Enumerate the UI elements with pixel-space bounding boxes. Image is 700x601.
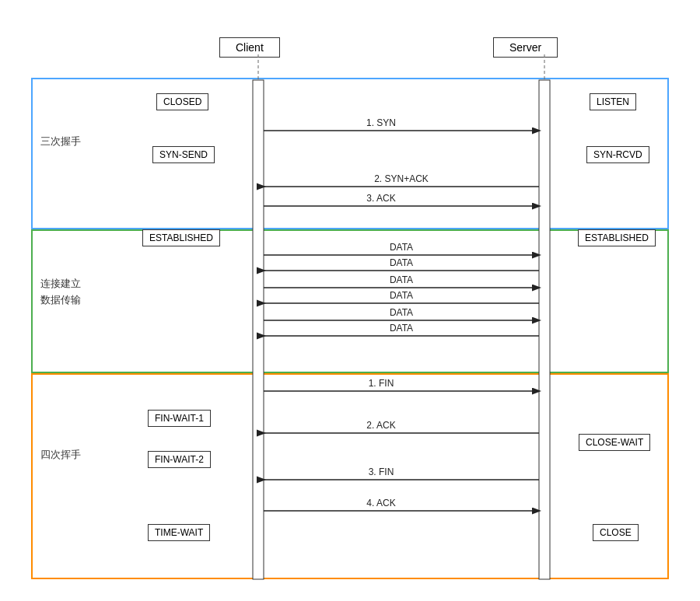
client-established-state: ESTABLISHED bbox=[142, 229, 220, 246]
data-section bbox=[31, 229, 669, 373]
server-actor: Server bbox=[493, 37, 558, 58]
close-label: 四次挥手 bbox=[40, 447, 81, 463]
server-syn-rcvd-state: SYN-RCVD bbox=[586, 146, 649, 163]
tcp-diagram: 三次握手 连接建立数据传输 四次挥手 Client Server CLOSED … bbox=[0, 0, 700, 601]
server-close-wait-state: CLOSE-WAIT bbox=[579, 434, 650, 451]
server-close-state: CLOSE bbox=[593, 524, 639, 541]
client-closed-state: CLOSED bbox=[156, 93, 208, 110]
handshake-label: 三次握手 bbox=[40, 134, 81, 149]
close-section bbox=[31, 373, 669, 579]
server-listen-state: LISTEN bbox=[590, 93, 636, 110]
client-time-wait-state: TIME-WAIT bbox=[148, 524, 210, 541]
server-established-state: ESTABLISHED bbox=[578, 229, 656, 246]
client-actor: Client bbox=[219, 37, 280, 58]
handshake-section bbox=[31, 78, 669, 229]
client-syn-send-state: SYN-SEND bbox=[152, 146, 215, 163]
client-fin-wait1-state: FIN-WAIT-1 bbox=[148, 410, 211, 427]
client-fin-wait2-state: FIN-WAIT-2 bbox=[148, 451, 211, 468]
data-label: 连接建立数据传输 bbox=[40, 276, 81, 309]
